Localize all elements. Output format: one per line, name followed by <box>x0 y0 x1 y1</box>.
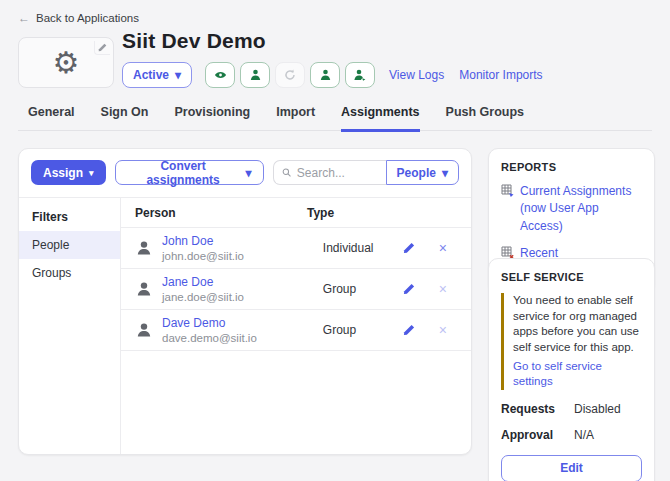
app-logo-box: ⚙ <box>18 37 114 88</box>
search-input[interactable] <box>297 166 378 180</box>
assign-button[interactable]: Assign ▾ <box>31 160 106 185</box>
convert-label: Convert assignments <box>127 159 240 187</box>
avatar-icon <box>135 280 153 298</box>
report-link-label: Current Assignments (now User App Access… <box>520 183 642 235</box>
filters-sidebar: Filters People Groups <box>19 198 121 454</box>
assign-label: Assign <box>43 166 83 180</box>
search-scope-dropdown[interactable]: People ▾ <box>386 160 459 185</box>
remove-assignment-icon: × <box>439 323 447 337</box>
view-logs-link[interactable]: View Logs <box>389 68 444 82</box>
approval-label: Approval <box>501 428 574 442</box>
tab-assignments[interactable]: Assignments <box>341 105 420 132</box>
row-actions: × <box>403 282 457 296</box>
self-service-card: SELF SERVICE You need to enable self ser… <box>488 258 655 481</box>
edit-self-service-button[interactable]: Edit <box>501 455 642 481</box>
assignments-toolbar: Assign ▾ Convert assignments ▾ People ▾ <box>19 149 471 197</box>
table-row: John Doe john.doe@siit.io Individual × <box>121 228 471 269</box>
scope-label: People <box>397 166 436 180</box>
row-actions: × <box>403 241 457 255</box>
filters-header: Filters <box>19 202 120 231</box>
assignment-type: Group <box>323 282 403 296</box>
person-name-link[interactable]: John Doe <box>162 234 244 248</box>
table-header: Person Type <box>121 198 471 228</box>
assignments-table: Person Type John Doe john.doe@siit.io In… <box>121 198 471 454</box>
status-dropdown-button[interactable]: Active ▾ <box>122 62 192 88</box>
column-header-person: Person <box>135 206 307 220</box>
avatar-icon <box>135 321 153 339</box>
refresh-icon-button <box>275 62 305 88</box>
search-group: People ▾ <box>273 160 459 185</box>
filter-item-people[interactable]: People <box>19 231 120 259</box>
app-title: Siit Dev Demo <box>122 29 266 53</box>
person-cell: Jane Doe jane.doe@siit.io <box>135 275 323 303</box>
person-email: john.doe@siit.io <box>162 250 244 262</box>
reports-title: REPORTS <box>501 161 642 173</box>
edit-assignment-pencil-icon[interactable] <box>403 283 415 295</box>
user-deactivate-icon-button[interactable] <box>345 62 375 88</box>
person-name-link[interactable]: Dave Demo <box>162 316 257 330</box>
search-icon <box>282 167 291 178</box>
tab-general[interactable]: General <box>28 105 75 130</box>
chevron-down-icon: ▾ <box>89 168 94 178</box>
self-service-settings-link[interactable]: Go to self service settings <box>513 359 642 390</box>
back-arrow-icon: ← <box>18 11 30 25</box>
person-cell: Dave Demo dave.demo@siit.io <box>135 316 323 344</box>
report-grid-arrow-icon <box>501 184 514 197</box>
eye-icon-button[interactable] <box>205 62 235 88</box>
approval-value: N/A <box>574 428 594 442</box>
chevron-down-icon: ▾ <box>246 166 252 180</box>
person-cell: John Doe john.doe@siit.io <box>135 234 323 262</box>
convert-assignments-button[interactable]: Convert assignments ▾ <box>115 160 264 185</box>
header-links: View Logs Monitor Imports <box>389 68 543 82</box>
chevron-down-icon: ▾ <box>442 166 448 180</box>
assignment-type: Group <box>323 323 403 337</box>
app-icon-buttons <box>205 62 375 88</box>
person-name-link[interactable]: Jane Doe <box>162 275 244 289</box>
remove-assignment-icon: × <box>439 282 447 296</box>
row-actions: × <box>403 323 457 337</box>
requests-value: Disabled <box>574 402 621 416</box>
monitor-imports-link[interactable]: Monitor Imports <box>459 68 542 82</box>
approval-row: Approval N/A <box>501 428 642 442</box>
requests-row: Requests Disabled <box>501 402 642 416</box>
self-service-title: SELF SERVICE <box>501 271 642 283</box>
self-service-warning: You need to enable self service for org … <box>501 293 642 390</box>
status-label: Active <box>133 68 169 82</box>
tab-sign-on[interactable]: Sign On <box>101 105 149 130</box>
user-provision-icon-button[interactable] <box>310 62 340 88</box>
current-assignments-report-link[interactable]: Current Assignments (now User App Access… <box>501 183 642 235</box>
edit-assignment-pencil-icon[interactable] <box>403 324 415 336</box>
filter-item-groups[interactable]: Groups <box>19 259 120 287</box>
requests-label: Requests <box>501 402 574 416</box>
table-row: Jane Doe jane.doe@siit.io Group × <box>121 269 471 310</box>
warning-text: You need to enable self service for org … <box>513 294 639 353</box>
avatar-icon <box>135 239 153 257</box>
chevron-down-icon: ▾ <box>175 68 181 82</box>
search-box <box>273 160 386 185</box>
app-tabs: General Sign On Provisioning Import Assi… <box>18 105 652 131</box>
person-email: dave.demo@siit.io <box>162 332 257 344</box>
app-actions-row: Active ▾ View Logs Monitor Imports <box>122 61 543 88</box>
back-to-applications-link[interactable]: ← Back to Applications <box>18 11 139 25</box>
remove-assignment-icon[interactable]: × <box>439 241 447 255</box>
person-email: jane.doe@siit.io <box>162 291 244 303</box>
assignments-body: Filters People Groups Person Type John D… <box>19 197 471 454</box>
logo-edit-pencil-icon[interactable] <box>94 41 110 55</box>
tab-provisioning[interactable]: Provisioning <box>174 105 250 130</box>
tab-push-groups[interactable]: Push Groups <box>446 105 524 130</box>
tab-import[interactable]: Import <box>276 105 315 130</box>
assignments-panel: Assign ▾ Convert assignments ▾ People ▾ … <box>18 148 472 455</box>
assignment-type: Individual <box>323 241 403 255</box>
back-link-label: Back to Applications <box>36 12 139 24</box>
user-activate-icon-button[interactable] <box>240 62 270 88</box>
table-row: Dave Demo dave.demo@siit.io Group × <box>121 310 471 351</box>
column-header-type: Type <box>307 206 457 220</box>
edit-assignment-pencil-icon[interactable] <box>403 242 415 254</box>
